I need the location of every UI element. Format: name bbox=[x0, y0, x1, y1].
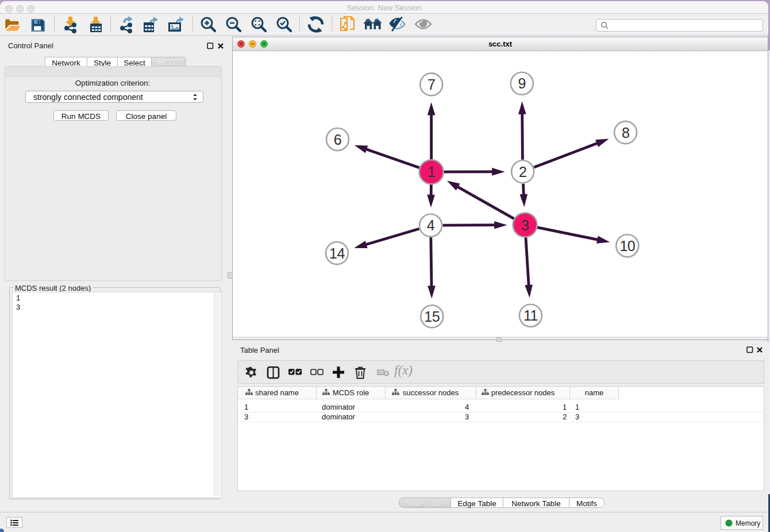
svg-text:10: 10 bbox=[619, 238, 635, 254]
svg-text:3: 3 bbox=[521, 217, 529, 233]
svg-text:1: 1 bbox=[428, 164, 435, 180]
svg-text:6: 6 bbox=[334, 132, 341, 148]
svg-text:8: 8 bbox=[622, 125, 629, 141]
svg-text:14: 14 bbox=[329, 245, 345, 261]
svg-text:15: 15 bbox=[424, 309, 440, 325]
svg-text:7: 7 bbox=[428, 76, 435, 92]
svg-text:11: 11 bbox=[523, 307, 538, 323]
svg-text:2: 2 bbox=[519, 164, 526, 180]
svg-text:4: 4 bbox=[427, 217, 435, 233]
svg-text:9: 9 bbox=[518, 75, 526, 91]
